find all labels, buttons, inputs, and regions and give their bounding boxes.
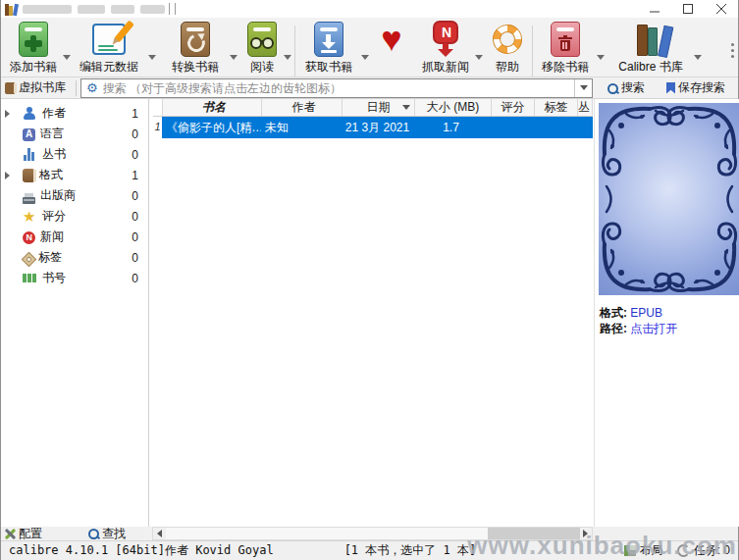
view-button[interactable]: 阅读 [240,21,284,76]
book-cover[interactable] [599,103,739,295]
sidebar-item-series[interactable]: 丛书 0 [1,144,148,165]
book-icon [5,82,15,94]
gear-icon[interactable] [81,81,101,94]
cell-author: 未知 [261,117,342,138]
sidebar-item-languages[interactable]: 语言 0 [1,124,148,144]
get-books-button[interactable]: 获取书籍 [299,21,358,76]
virtual-library-button[interactable]: 虚拟书库 [1,78,72,97]
barcode-icon [23,271,37,285]
library-button[interactable]: Calibre 书库 [609,21,692,76]
get-books-icon [299,21,358,58]
layout-button[interactable]: 布局 [624,542,663,559]
book-list: 书名 作者 日期 大小 (MB) 评分 标签 丛 1 《偷影子的人[精… 未知 … [153,99,593,527]
minimize-button[interactable] [638,0,671,18]
cell-size: 1.7 [413,117,489,138]
find-button[interactable]: 查找 [87,527,126,540]
expander-icon[interactable] [5,172,15,179]
edit-metadata-icon [74,21,144,58]
main-area: 作者 1 语言 0 丛书 0 格式 1 [1,99,738,527]
book-list-header: 书名 作者 日期 大小 (MB) 评分 标签 丛 [153,99,593,117]
close-icon [716,4,726,14]
path-link[interactable]: 点击打开 [630,322,677,335]
chevron-down-icon[interactable] [361,55,369,60]
selection-count-text: [1 本书，选中了 1 本] [344,542,477,559]
sidebar-item-authors[interactable]: 作者 1 [1,103,148,124]
convert-books-button[interactable]: 转换书籍 [164,21,227,76]
add-books-button[interactable]: 添加书籍 [5,21,62,76]
chevron-down-icon[interactable] [63,55,71,60]
app-icon [5,3,18,16]
configure-button[interactable]: 配置 [3,527,42,540]
sidebar-item-identifiers[interactable]: 书号 0 [1,268,148,288]
language-icon [23,128,35,141]
chevron-down-icon[interactable] [694,55,702,60]
horizontal-scrollbar[interactable] [152,527,593,540]
scroll-right-arrow[interactable] [579,528,592,539]
format-line: 格式: EPUB [600,305,662,322]
close-button[interactable] [705,0,738,18]
column-header-rating[interactable]: 评分 [492,99,535,116]
row-number-gutter [153,99,163,116]
chevron-down-icon[interactable] [148,55,156,60]
expander-icon[interactable] [5,110,15,118]
chevron-down-icon[interactable] [475,55,483,60]
column-header-series[interactable]: 丛 [578,99,593,116]
star-icon [23,209,37,224]
scroll-left-arrow[interactable] [153,528,166,539]
cell-date: 21 3月 2021 [342,117,413,138]
row-number: 1 [153,117,162,138]
search-input[interactable] [101,80,574,96]
column-header-title[interactable]: 书名 [163,99,262,116]
chevron-down-icon[interactable] [230,55,238,60]
cell-series [573,117,593,138]
chevron-down-icon[interactable] [284,55,291,60]
cell-title: 《偷影子的人[精… [162,117,261,138]
convert-books-icon [164,21,227,58]
version-text: calibre 4.10.1 [64bit]作者 Kovid Goyal [9,542,274,559]
author-icon [23,106,37,121]
sidebar-item-publishers[interactable]: 出版商 0 [1,185,148,206]
footer-strip: 配置 查找 [1,527,738,540]
table-row-selected[interactable]: 1 《偷影子的人[精… 未知 21 3月 2021 1.7 [153,117,593,138]
format-link[interactable]: EPUB [630,306,662,320]
bookmark-icon [666,82,675,94]
virtual-library-label: 虚拟书库 [19,79,66,96]
cell-rating [489,117,531,138]
cover-ornament [599,103,739,295]
remove-books-button[interactable]: 移除书籍 [537,21,594,76]
scrollbar-thumb[interactable] [488,528,580,539]
path-line: 路径: 点击打开 [600,321,677,337]
toolbar-separator [532,25,533,76]
edit-metadata-button[interactable]: 编辑元数据 [74,21,144,76]
search-combo [80,78,593,98]
search-history-dropdown[interactable] [574,79,592,97]
series-icon [23,147,37,162]
fetch-news-button[interactable]: 抓取新闻 [417,21,474,76]
toolbar-overflow-icon[interactable] [731,43,734,46]
layout-icon [624,545,636,556]
cell-tags [531,117,573,138]
book-details-panel: 格式: EPUB 路径: 点击打开 [594,99,739,527]
publisher-icon [23,197,35,204]
column-header-author[interactable]: 作者 [262,99,343,116]
maximize-button[interactable] [671,0,705,18]
column-header-size[interactable]: 大小 (MB) [415,99,492,116]
help-button[interactable]: 帮助 [486,21,529,76]
search-button[interactable]: 搜索 [601,78,651,97]
sidebar-item-formats[interactable]: 格式 1 [1,165,148,185]
library-books-icon [609,21,692,58]
tools-icon [3,528,16,540]
main-toolbar: 添加书籍 编辑元数据 转换书籍 阅读 [1,18,738,77]
sidebar-item-tags[interactable]: 标签 0 [1,247,148,268]
donate-button[interactable] [372,21,411,58]
column-header-tags[interactable]: 标签 [535,99,578,116]
scrollbar-track[interactable] [166,528,579,539]
separator [76,80,77,96]
fetch-news-icon [417,21,474,58]
save-search-button[interactable]: 保存搜索 [660,78,731,97]
sidebar-item-news[interactable]: 新闻 0 [1,227,148,247]
chevron-down-icon[interactable] [597,55,605,60]
column-header-date[interactable]: 日期 [343,99,415,116]
jobs-button[interactable]: 任务: 0 [677,542,730,559]
sidebar-item-ratings[interactable]: 评分 0 [1,206,148,227]
